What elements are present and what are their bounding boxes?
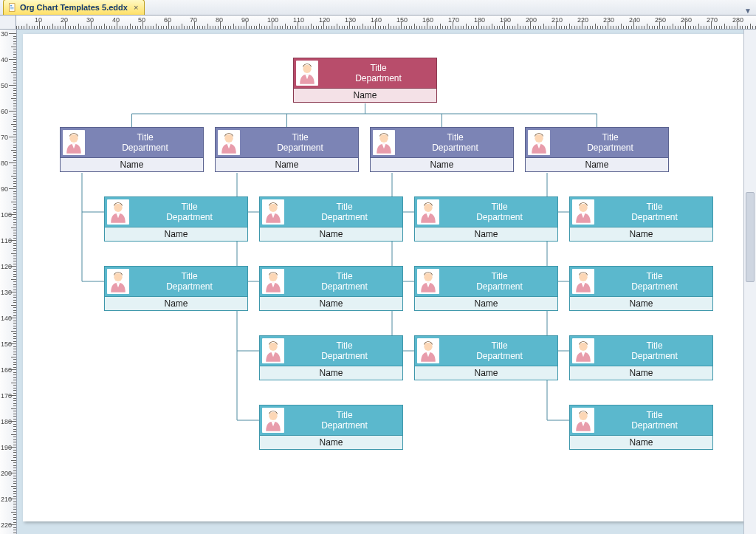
vruler-number: 120 — [1, 263, 12, 270]
node-department: Department — [320, 73, 436, 83]
node-title: Title — [320, 63, 436, 73]
ruler-corner — [0, 16, 16, 29]
hruler-number: 190 — [500, 16, 511, 24]
org-leaf-node-1-1[interactable]: TitleDepartmentName — [259, 266, 403, 311]
hruler-number: 240 — [629, 16, 640, 24]
vertical-scrollbar[interactable] — [743, 30, 756, 534]
vruler-number: 40 — [1, 56, 8, 64]
vruler-number: 190 — [1, 444, 12, 451]
close-tab-icon[interactable]: × — [134, 3, 138, 12]
node-name: Name — [215, 158, 359, 172]
node-title: Title — [552, 132, 668, 143]
org-leaf-node-3-1[interactable]: TitleDepartmentName — [569, 266, 713, 311]
node-name: Name — [259, 366, 403, 380]
node-photo — [528, 130, 550, 155]
svg-rect-3 — [10, 9, 14, 10]
vruler-number: 130 — [1, 289, 12, 296]
vruler-number: 90 — [1, 185, 8, 193]
hruler-number: 140 — [371, 16, 382, 24]
node-photo — [218, 130, 240, 155]
tab-bar: Org Chart Templates 5.eddx × ▼ — [0, 0, 756, 16]
org-leaf-node-2-2[interactable]: TitleDepartmentName — [414, 335, 558, 380]
canvas-viewport[interactable]: TitleDepartmentNameTitleDepartmentNameTi… — [17, 30, 743, 534]
vruler-number: 160 — [1, 366, 12, 374]
node-header: TitleDepartment — [259, 266, 403, 297]
org-leaf-node-2-1[interactable]: TitleDepartmentName — [414, 266, 558, 311]
node-title: Title — [286, 271, 402, 281]
node-department: Department — [441, 212, 557, 222]
node-header: TitleDepartment — [215, 127, 359, 158]
node-department: Department — [597, 212, 712, 222]
org-dept-node-1[interactable]: TitleDepartmentName — [215, 127, 359, 172]
node-department: Department — [131, 281, 247, 292]
node-name: Name — [259, 436, 403, 450]
person-icon — [419, 340, 438, 362]
vruler-number: 210 — [1, 496, 12, 503]
node-photo — [262, 269, 284, 294]
org-leaf-node-1-2[interactable]: TitleDepartmentName — [259, 335, 403, 380]
node-photo — [107, 269, 129, 294]
node-title: Title — [597, 202, 712, 212]
org-leaf-node-3-3[interactable]: TitleDepartmentName — [569, 405, 713, 450]
node-department: Department — [131, 212, 247, 222]
hruler-number: 130 — [345, 16, 356, 24]
person-icon — [419, 270, 438, 292]
node-title: Title — [597, 271, 712, 281]
org-leaf-node-1-3[interactable]: TitleDepartmentName — [259, 405, 403, 450]
vruler-number: 180 — [1, 418, 12, 425]
person-icon — [574, 409, 593, 431]
node-name: Name — [104, 227, 248, 242]
node-name: Name — [370, 158, 514, 172]
node-name: Name — [414, 297, 558, 311]
org-leaf-node-3-2[interactable]: TitleDepartmentName — [569, 335, 713, 380]
node-department: Department — [397, 143, 513, 153]
node-photo — [296, 61, 318, 86]
org-dept-node-2[interactable]: TitleDepartmentName — [370, 127, 514, 172]
page[interactable]: TitleDepartmentNameTitleDepartmentNameTi… — [23, 34, 743, 521]
node-photo — [63, 130, 85, 155]
node-photo — [262, 199, 284, 225]
node-header: TitleDepartment — [370, 127, 514, 158]
scrollbar-thumb[interactable] — [746, 192, 755, 282]
person-icon — [219, 131, 238, 154]
person-icon — [419, 201, 438, 223]
org-leaf-node-0-1[interactable]: TitleDepartmentName — [104, 266, 248, 311]
node-name: Name — [414, 366, 558, 380]
org-root-node[interactable]: TitleDepartmentName — [293, 58, 437, 103]
node-photo — [417, 269, 439, 294]
person-icon — [574, 201, 593, 223]
vruler-number: 70 — [1, 134, 8, 141]
hruler-number: 150 — [396, 16, 408, 24]
node-title: Title — [441, 202, 557, 212]
hruler-number: 260 — [681, 16, 692, 24]
node-title: Title — [441, 271, 557, 281]
person-icon — [264, 409, 283, 431]
node-photo — [417, 338, 439, 363]
org-leaf-node-0-0[interactable]: TitleDepartmentName — [104, 196, 248, 242]
org-dept-node-3[interactable]: TitleDepartmentName — [525, 127, 669, 172]
node-title: Title — [597, 340, 712, 351]
org-leaf-node-2-0[interactable]: TitleDepartmentName — [414, 196, 558, 242]
org-dept-node-0[interactable]: TitleDepartmentName — [60, 127, 204, 172]
node-department: Department — [597, 420, 712, 431]
hruler-number: 30 — [86, 16, 94, 24]
vruler-number: 100 — [1, 211, 12, 219]
tab-dropdown-icon[interactable]: ▼ — [744, 7, 752, 15]
horizontal-ruler[interactable]: 0102030405060708090100110120130140150160… — [16, 16, 756, 29]
svg-rect-1 — [10, 5, 12, 7]
node-photo — [572, 408, 594, 433]
person-icon — [264, 340, 283, 362]
node-photo — [262, 408, 284, 433]
svg-rect-2 — [10, 7, 14, 8]
org-leaf-node-1-0[interactable]: TitleDepartmentName — [259, 196, 403, 242]
document-icon — [8, 3, 17, 12]
node-name: Name — [569, 227, 713, 242]
hruler-number: 170 — [448, 16, 459, 24]
node-header: TitleDepartment — [104, 196, 248, 227]
node-title: Title — [286, 340, 402, 351]
vruler-number: 60 — [1, 108, 8, 115]
org-leaf-node-3-0[interactable]: TitleDepartmentName — [569, 196, 713, 242]
node-department: Department — [87, 143, 203, 153]
vertical-ruler[interactable]: 3040506070809010011012013014015016017018… — [0, 30, 17, 534]
document-tab[interactable]: Org Chart Templates 5.eddx × — [3, 0, 145, 15]
